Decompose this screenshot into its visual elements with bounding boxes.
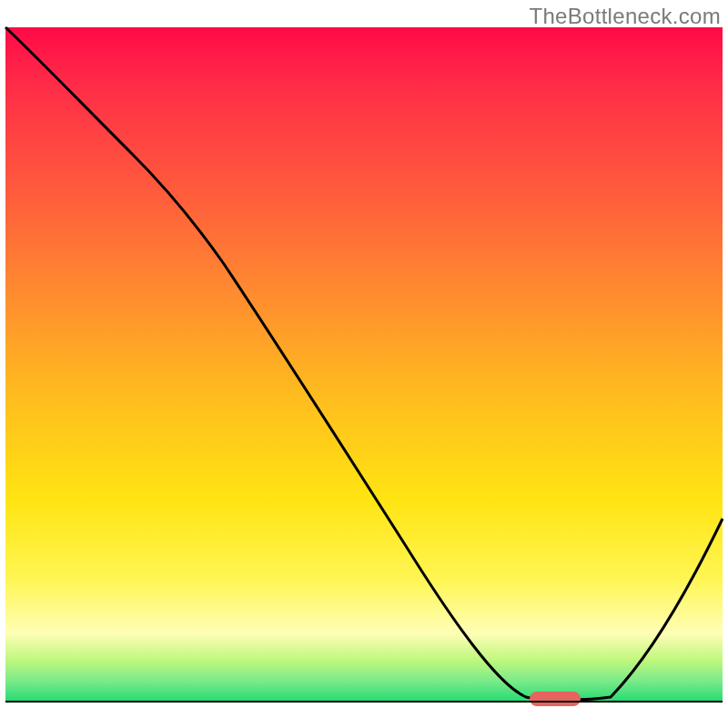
chart-line-svg [5,27,723,701]
x-axis-baseline [5,701,723,703]
chart-line-path [5,27,723,700]
optimal-marker [530,692,581,706]
watermark-text: TheBottleneck.com [529,4,721,29]
chart-container: TheBottleneck.com [0,0,728,728]
